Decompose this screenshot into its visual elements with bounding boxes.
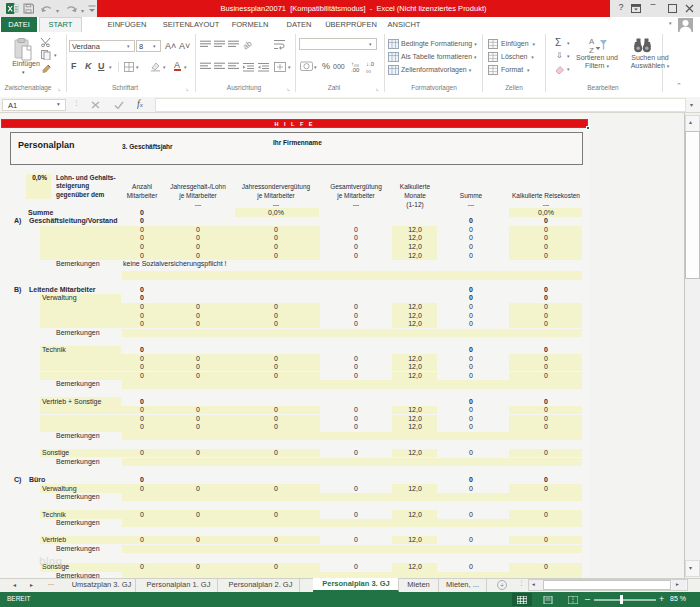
svg-text:A: A	[589, 37, 595, 46]
svg-text:Z: Z	[589, 46, 594, 54]
